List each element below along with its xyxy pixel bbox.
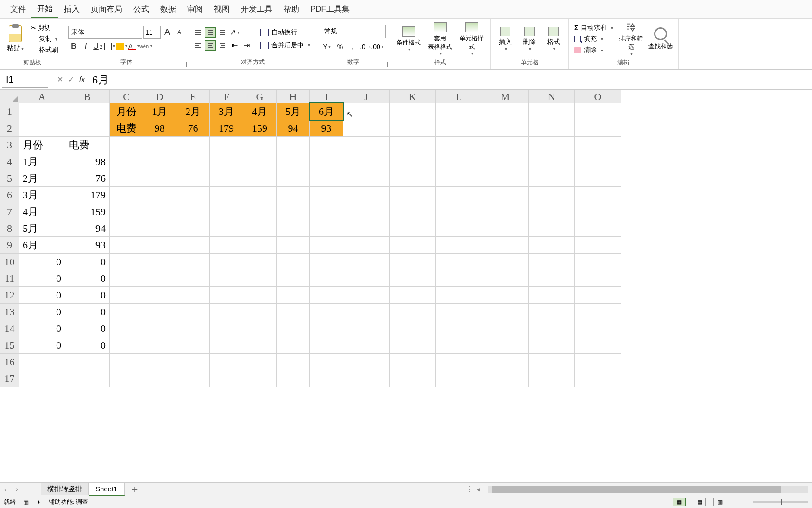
row-header-16[interactable]: 16 xyxy=(0,354,19,370)
cell-H5[interactable] xyxy=(277,170,310,187)
menu-view[interactable]: 视图 xyxy=(208,1,235,17)
cell-D17[interactable] xyxy=(143,370,176,387)
cell-J14[interactable] xyxy=(343,320,390,337)
cell-O9[interactable] xyxy=(575,237,621,254)
number-launcher-icon[interactable] xyxy=(382,62,388,67)
cell-I1[interactable]: 6月 xyxy=(310,103,343,120)
cell-A9[interactable]: 6月 xyxy=(19,237,65,254)
cell-D14[interactable] xyxy=(143,320,176,337)
conditional-formatting-button[interactable]: 条件格式 xyxy=(394,20,423,57)
cell-K5[interactable] xyxy=(390,170,436,187)
cell-O8[interactable] xyxy=(575,220,621,237)
row-header-7[interactable]: 7 xyxy=(0,203,19,220)
cell-N6[interactable] xyxy=(529,187,575,203)
cell-B15[interactable]: 0 xyxy=(65,337,110,354)
cell-E2[interactable]: 76 xyxy=(176,120,210,137)
cell-G15[interactable] xyxy=(243,337,277,354)
hscroll-left-button[interactable]: ◂ xyxy=(473,485,484,494)
cell-A7[interactable]: 4月 xyxy=(19,203,65,220)
cell-E12[interactable] xyxy=(176,287,210,304)
cell-E10[interactable] xyxy=(176,254,210,270)
cell-E1[interactable]: 2月 xyxy=(176,103,210,120)
cell-B6[interactable]: 179 xyxy=(65,187,110,203)
cell-I6[interactable] xyxy=(310,187,343,203)
cell-O5[interactable] xyxy=(575,170,621,187)
font-name-input[interactable] xyxy=(68,26,142,39)
wrap-text-button[interactable]: 自动换行 xyxy=(258,27,313,38)
align-center-button[interactable] xyxy=(205,40,216,51)
row-header-2[interactable]: 2 xyxy=(0,120,19,137)
column-header-O[interactable]: O xyxy=(575,90,621,103)
cell-N8[interactable] xyxy=(529,220,575,237)
cell-D10[interactable] xyxy=(143,254,176,270)
cell-L1[interactable] xyxy=(436,103,482,120)
font-launcher-icon[interactable] xyxy=(181,62,187,67)
row-header-8[interactable]: 8 xyxy=(0,220,19,237)
column-header-M[interactable]: M xyxy=(482,90,529,103)
cell-F2[interactable]: 179 xyxy=(210,120,243,137)
menu-home[interactable]: 开始 xyxy=(31,0,58,18)
format-as-table-button[interactable]: 套用 表格格式 xyxy=(425,20,455,57)
cell-C4[interactable] xyxy=(110,153,143,170)
cell-L4[interactable] xyxy=(436,153,482,170)
cell-C5[interactable] xyxy=(110,170,143,187)
cell-L16[interactable] xyxy=(436,354,482,370)
column-header-B[interactable]: B xyxy=(65,90,110,103)
cell-D8[interactable] xyxy=(143,220,176,237)
cell-N2[interactable] xyxy=(529,120,575,137)
cell-K10[interactable] xyxy=(390,254,436,270)
cell-C10[interactable] xyxy=(110,254,143,270)
cell-D16[interactable] xyxy=(143,354,176,370)
insert-cells-button[interactable]: 插入 xyxy=(494,20,516,57)
clipboard-launcher-icon[interactable] xyxy=(57,62,62,67)
cell-J1[interactable] xyxy=(343,103,390,120)
cell-C6[interactable] xyxy=(110,187,143,203)
cell-I5[interactable] xyxy=(310,170,343,187)
cell-O14[interactable] xyxy=(575,320,621,337)
add-sheet-button[interactable]: ＋ xyxy=(125,481,145,497)
cell-A14[interactable]: 0 xyxy=(19,320,65,337)
cell-C14[interactable] xyxy=(110,320,143,337)
cell-C13[interactable] xyxy=(110,304,143,320)
row-header-11[interactable]: 11 xyxy=(0,270,19,287)
cell-D4[interactable] xyxy=(143,153,176,170)
font-size-input[interactable] xyxy=(143,26,161,39)
cell-L3[interactable] xyxy=(436,137,482,153)
decrease-indent-button[interactable]: ⇤ xyxy=(229,40,240,51)
cell-N14[interactable] xyxy=(529,320,575,337)
cell-J4[interactable] xyxy=(343,153,390,170)
cell-H8[interactable] xyxy=(277,220,310,237)
cell-J11[interactable] xyxy=(343,270,390,287)
cell-M10[interactable] xyxy=(482,254,529,270)
column-header-D[interactable]: D xyxy=(143,90,176,103)
cell-K1[interactable] xyxy=(390,103,436,120)
view-page-break-button[interactable]: ▥ xyxy=(713,498,726,506)
align-left-button[interactable] xyxy=(193,40,204,51)
cell-D11[interactable] xyxy=(143,270,176,287)
zoom-slider[interactable] xyxy=(753,501,808,503)
cell-G9[interactable] xyxy=(243,237,277,254)
cell-K4[interactable] xyxy=(390,153,436,170)
cell-K14[interactable] xyxy=(390,320,436,337)
cell-G17[interactable] xyxy=(243,370,277,387)
zoom-out-button[interactable]: － xyxy=(734,498,745,506)
cell-C9[interactable] xyxy=(110,237,143,254)
underline-button[interactable]: U xyxy=(92,41,103,52)
horizontal-scroll-thumb[interactable] xyxy=(492,486,781,493)
cell-K16[interactable] xyxy=(390,354,436,370)
cell-A5[interactable]: 2月 xyxy=(19,170,65,187)
cell-C8[interactable] xyxy=(110,220,143,237)
cell-N15[interactable] xyxy=(529,337,575,354)
cell-O13[interactable] xyxy=(575,304,621,320)
cell-D6[interactable] xyxy=(143,187,176,203)
cell-N11[interactable] xyxy=(529,270,575,287)
cell-N1[interactable] xyxy=(529,103,575,120)
cell-M4[interactable] xyxy=(482,153,529,170)
cell-L9[interactable] xyxy=(436,237,482,254)
cell-I13[interactable] xyxy=(310,304,343,320)
accessibility-icon[interactable]: ✦ xyxy=(36,499,41,506)
border-button[interactable] xyxy=(104,41,115,52)
row-header-12[interactable]: 12 xyxy=(0,287,19,304)
cell-J8[interactable] xyxy=(343,220,390,237)
sheet-nav-prev-button[interactable]: ‹ xyxy=(0,485,11,494)
